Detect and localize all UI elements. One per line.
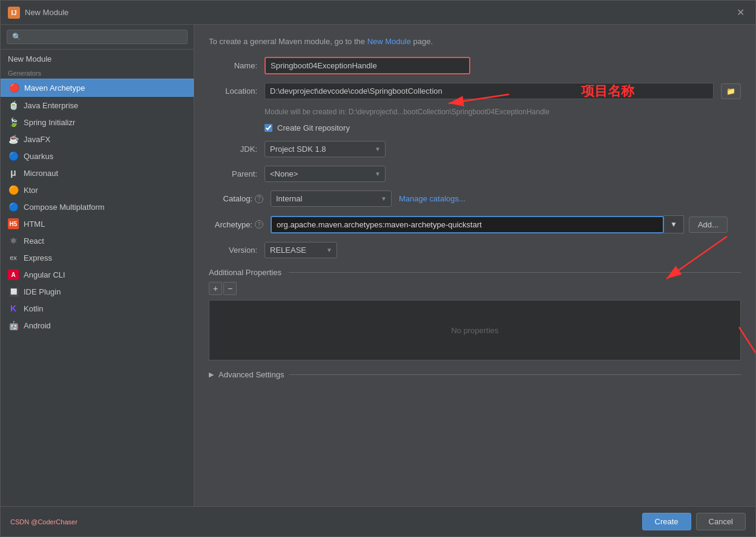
sidebar-item-label: Spring Initializr xyxy=(24,118,75,127)
name-label: Name: xyxy=(209,61,257,70)
module-path: Module will be created in: D:\devproject… xyxy=(265,108,741,116)
browse-button[interactable]: 📁 xyxy=(721,83,741,99)
sidebar-item-html[interactable]: H5 HTML xyxy=(1,215,194,232)
location-input[interactable] xyxy=(265,83,714,99)
sidebar-item-java-enterprise[interactable]: 🍵 Java Enterprise xyxy=(1,97,194,114)
java-enterprise-icon: 🍵 xyxy=(8,100,19,111)
sidebar-item-spring-initializr[interactable]: 🍃 Spring Initializr xyxy=(1,114,194,131)
sidebar-item-ktor[interactable]: 🟠 Ktor xyxy=(1,181,194,198)
dialog-title: New Module xyxy=(25,8,733,17)
sidebar-item-label: JavaFX xyxy=(24,135,50,144)
watermark-text: CSDN @CoderChaser xyxy=(10,518,77,526)
micronaut-icon: μ xyxy=(8,168,19,178)
location-label: Location: xyxy=(209,86,257,96)
advanced-settings-toggle[interactable]: ▶ Advanced Settings xyxy=(209,370,741,379)
sidebar-item-label: Quarkus xyxy=(24,152,53,161)
version-select-wrapper: RELEASE ▼ xyxy=(265,242,337,258)
catalog-help-icon[interactable]: ? xyxy=(255,195,263,203)
no-props-text: No properties xyxy=(451,326,498,335)
version-label: Version: xyxy=(209,246,257,255)
ide-plugin-icon: 🔲 xyxy=(8,286,19,297)
sidebar-item-label: Ktor xyxy=(24,186,38,195)
jdk-select[interactable]: Project SDK 1.8 xyxy=(265,141,386,157)
parent-label: Parent: xyxy=(209,169,257,178)
sidebar-item-label: Java Enterprise xyxy=(24,101,78,110)
create-button[interactable]: Create xyxy=(642,513,691,530)
version-select[interactable]: RELEASE xyxy=(265,242,337,258)
sidebar-item-label: Micronaut xyxy=(24,169,58,178)
title-bar: IJ New Module ✕ xyxy=(1,1,755,25)
quarkus-icon: 🔵 xyxy=(8,151,19,161)
sidebar-item-angular-cli[interactable]: A Angular CLI xyxy=(1,266,194,283)
sidebar-item-label: Compose Multiplatform xyxy=(24,203,105,212)
spring-initializr-icon: 🍃 xyxy=(8,117,19,128)
maven-archetype-icon: 🔴 xyxy=(8,82,19,93)
archetype-label-wrapper: Archetype: ? xyxy=(209,220,263,229)
chevron-right-icon: ▶ xyxy=(209,371,214,379)
parent-row: Parent: <None> ▼ xyxy=(209,166,741,182)
manage-catalogs-link[interactable]: Manage catalogs... xyxy=(399,194,465,203)
sidebar: New Module Generators 🔴 Maven Archetype … xyxy=(1,25,194,506)
additional-props-label: Additional Properties xyxy=(209,268,281,277)
kotlin-icon: K xyxy=(8,303,19,314)
app-icon: IJ xyxy=(8,7,20,19)
svg-line-3 xyxy=(739,327,755,496)
add-prop-button[interactable]: + xyxy=(209,282,222,295)
close-button[interactable]: ✕ xyxy=(733,5,748,19)
git-checkbox-row: Create Git repository xyxy=(265,123,741,132)
props-header: Additional Properties xyxy=(209,268,741,277)
archetype-dropdown-button[interactable]: ▼ xyxy=(664,215,684,233)
cancel-button[interactable]: Cancel xyxy=(696,513,746,530)
sidebar-item-label: Kotlin xyxy=(24,304,44,313)
archetype-label: Archetype: xyxy=(215,220,252,229)
jdk-row: JDK: Project SDK 1.8 ▼ xyxy=(209,141,741,157)
archetype-input-wrapper: ▼ xyxy=(271,215,684,233)
catalog-select-wrapper: Internal ▼ xyxy=(271,190,392,207)
sidebar-item-compose-multiplatform[interactable]: 🔵 Compose Multiplatform xyxy=(1,198,194,215)
additional-props-section: Additional Properties + − No properties xyxy=(209,268,741,360)
jdk-label: JDK: xyxy=(209,145,257,154)
sidebar-item-android[interactable]: 🤖 Android xyxy=(1,317,194,334)
name-input[interactable] xyxy=(265,57,470,74)
parent-select-wrapper: <None> ▼ xyxy=(265,166,386,182)
location-row: Location: 📁 xyxy=(209,83,741,99)
git-label: Create Git repository xyxy=(277,123,350,132)
sidebar-item-kotlin[interactable]: K Kotlin xyxy=(1,300,194,317)
compose-multiplatform-icon: 🔵 xyxy=(8,201,19,212)
android-icon: 🤖 xyxy=(8,320,19,331)
sidebar-item-maven-archetype[interactable]: 🔴 Maven Archetype xyxy=(1,79,194,97)
generators-label: Generators xyxy=(1,66,194,79)
catalog-label: Catalog: xyxy=(223,194,252,203)
sidebar-item-javafx[interactable]: ☕ JavaFX xyxy=(1,131,194,148)
sidebar-item-quarkus[interactable]: 🔵 Quarkus xyxy=(1,148,194,164)
sidebar-item-ide-plugin[interactable]: 🔲 IDE Plugin xyxy=(1,283,194,300)
sidebar-item-label: React xyxy=(24,236,44,246)
archetype-help-icon[interactable]: ? xyxy=(255,220,263,229)
archetype-input[interactable] xyxy=(271,216,664,233)
advanced-settings-label: Advanced Settings xyxy=(219,370,284,379)
sidebar-item-micronaut[interactable]: μ Micronaut xyxy=(1,164,194,181)
sidebar-item-express[interactable]: ex Express xyxy=(1,249,194,266)
info-text: To create a general Maven module, go to … xyxy=(209,37,741,46)
add-archetype-button[interactable]: Add... xyxy=(689,216,728,233)
new-module-link[interactable]: New Module xyxy=(367,37,411,46)
version-row: Version: RELEASE ▼ xyxy=(209,242,741,258)
sidebar-item-label: HTML xyxy=(24,220,45,229)
advanced-settings-line xyxy=(289,374,741,375)
jdk-select-wrapper: Project SDK 1.8 ▼ xyxy=(265,141,386,157)
catalog-label-wrapper: Catalog: ? xyxy=(209,194,263,203)
express-icon: ex xyxy=(8,252,19,263)
parent-select[interactable]: <None> xyxy=(265,166,386,182)
sidebar-item-react[interactable]: ⚛ React xyxy=(1,232,194,249)
catalog-select[interactable]: Internal xyxy=(271,190,392,207)
html-icon: H5 xyxy=(8,218,19,229)
catalog-row: Catalog: ? Internal ▼ Manage catalogs... xyxy=(209,190,741,207)
git-checkbox[interactable] xyxy=(265,124,272,132)
sidebar-item-label: IDE Plugin xyxy=(24,287,61,296)
sidebar-item-label: Angular CLI xyxy=(24,270,65,279)
remove-prop-button[interactable]: − xyxy=(223,282,237,295)
search-input[interactable] xyxy=(7,30,188,44)
sidebar-item-label: Express xyxy=(24,253,52,262)
angular-cli-icon: A xyxy=(8,269,19,280)
archetype-row: Archetype: ? ▼ Add... xyxy=(209,215,741,233)
